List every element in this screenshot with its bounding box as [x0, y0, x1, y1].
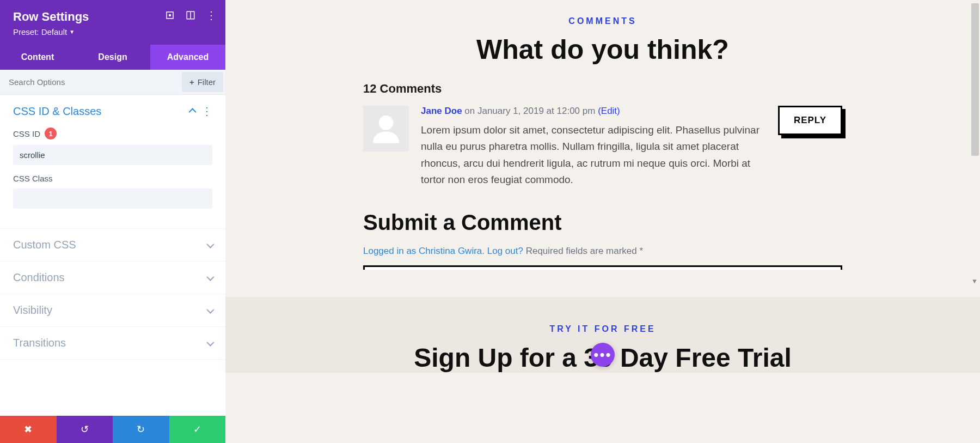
- undo-button[interactable]: ↺: [57, 416, 113, 443]
- trial-label: TRY IT FOR FREE: [258, 324, 947, 334]
- settings-sidebar: Row Settings Preset: Default ▼ Content D…: [0, 0, 225, 443]
- preview-area: ▼ COMMENTS What do you think? 12 Comment…: [225, 0, 980, 443]
- section-header-conditions[interactable]: Conditions: [0, 262, 225, 294]
- chevron-down-icon: [206, 338, 214, 346]
- avatar: [363, 106, 409, 151]
- svg-point-4: [379, 116, 394, 130]
- section-header-visibility[interactable]: Visibility: [0, 294, 225, 326]
- header-icons: [164, 10, 217, 21]
- submit-meta: Logged in as Christina Gwira. Log out? R…: [363, 246, 842, 257]
- section-custom-css: Custom CSS: [0, 229, 225, 262]
- submit-heading: Submit a Comment: [363, 210, 842, 235]
- tabs: Content Design Advanced: [0, 45, 225, 70]
- save-button[interactable]: ✓: [169, 416, 226, 443]
- section-header-custom-css[interactable]: Custom CSS: [0, 229, 225, 261]
- preview-scrollbar[interactable]: [971, 3, 979, 156]
- svg-point-1: [169, 15, 171, 16]
- section-title: Custom CSS: [13, 239, 76, 251]
- section-title: CSS ID & Classes: [13, 105, 101, 118]
- section-title: Visibility: [13, 304, 52, 317]
- section-body: CSS ID 1 CSS Class: [0, 128, 225, 228]
- comment-textarea[interactable]: [363, 265, 842, 270]
- section-more-icon[interactable]: [201, 105, 212, 118]
- search-input[interactable]: [0, 71, 180, 93]
- comment-meta: Jane Doe on January 1, 2019 at 12:00 pm …: [421, 106, 766, 117]
- tab-content[interactable]: Content: [0, 45, 75, 70]
- preset-label: Preset: Default: [13, 27, 67, 37]
- comment-edit-link[interactable]: (Edit): [598, 106, 620, 116]
- css-id-badge: 1: [45, 128, 57, 139]
- section-title: Conditions: [13, 271, 65, 284]
- comments-count: 12 Comments: [363, 82, 842, 96]
- reply-button[interactable]: REPLY: [778, 106, 842, 135]
- css-class-label: CSS Class: [13, 174, 53, 183]
- comment-text: Lorem ipsum dolor sit amet, consectetur …: [421, 122, 766, 189]
- tab-advanced[interactable]: Advanced: [150, 45, 225, 70]
- css-class-input[interactable]: [13, 189, 212, 209]
- chevron-up-icon: [189, 108, 197, 116]
- filter-button[interactable]: + Filter: [182, 72, 223, 92]
- chevron-down-icon: [206, 306, 214, 313]
- filter-label: Filter: [198, 77, 216, 87]
- sidebar-header: Row Settings Preset: Default ▼: [0, 0, 225, 45]
- panel-scroll[interactable]: CSS ID & Classes CSS ID 1 CSS Class: [0, 95, 225, 416]
- preset-selector[interactable]: Preset: Default ▼: [13, 27, 75, 37]
- section-title: Transitions: [13, 337, 66, 349]
- section-header-css[interactable]: CSS ID & Classes: [0, 95, 225, 128]
- comment-item: Jane Doe on January 1, 2019 at 12:00 pm …: [363, 106, 842, 189]
- search-row: + Filter: [0, 70, 225, 95]
- redo-button[interactable]: ↻: [113, 416, 169, 443]
- css-id-input[interactable]: [13, 145, 212, 165]
- chevron-down-icon: [206, 240, 214, 248]
- logged-in-link[interactable]: Logged in as Christina Gwira: [363, 246, 482, 256]
- delete-button[interactable]: ✖: [0, 416, 57, 443]
- fab-more-button[interactable]: •••: [591, 343, 615, 367]
- section-transitions: Transitions: [0, 327, 225, 360]
- more-icon[interactable]: [206, 10, 217, 21]
- comments-heading: What do you think?: [363, 34, 842, 65]
- preview-expand-icon[interactable]: ▼: [971, 277, 978, 285]
- responsive-icon[interactable]: [185, 10, 196, 21]
- css-id-label: CSS ID: [13, 129, 40, 138]
- expand-icon[interactable]: [164, 10, 175, 21]
- comments-label: COMMENTS: [363, 16, 842, 26]
- section-conditions: Conditions: [0, 262, 225, 294]
- chevron-down-icon: [206, 273, 214, 281]
- section-header-transitions[interactable]: Transitions: [0, 327, 225, 359]
- section-css-id-classes: CSS ID & Classes CSS ID 1 CSS Class: [0, 95, 225, 229]
- comment-date: on January 1, 2019 at 12:00 pm: [464, 106, 595, 116]
- bottom-actions: ✖ ↺ ↻ ✓: [0, 416, 225, 443]
- comment-author-link[interactable]: Jane Doe: [421, 106, 462, 116]
- tab-design[interactable]: Design: [75, 45, 150, 70]
- section-visibility: Visibility: [0, 294, 225, 327]
- required-text: Required fields are marked *: [526, 246, 643, 256]
- logout-link[interactable]: Log out?: [487, 246, 523, 256]
